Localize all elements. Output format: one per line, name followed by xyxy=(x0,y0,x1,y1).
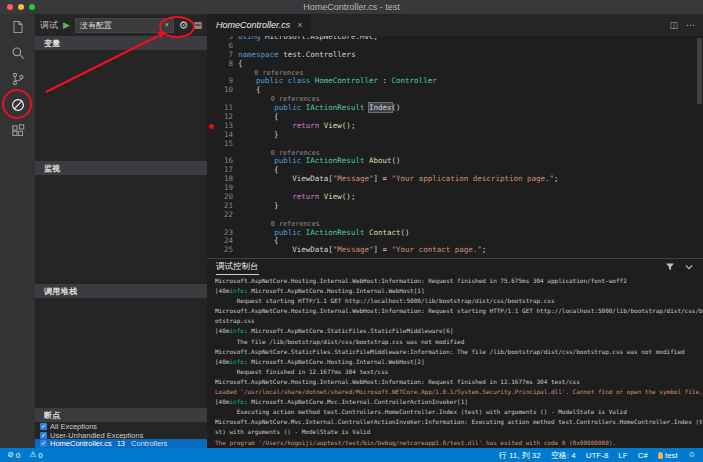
close-window-button[interactable] xyxy=(7,4,13,10)
code-line[interactable]: 25 ViewData["Message"] = "Your contact p… xyxy=(207,246,703,255)
code-text: ViewData["Message"] = "Your application … xyxy=(238,175,703,184)
gutter[interactable]: 22 xyxy=(207,211,238,220)
more-actions-icon[interactable]: ⋯ xyxy=(686,20,695,30)
code-line[interactable]: 13 return View(); xyxy=(207,122,703,131)
code-line[interactable]: 9 public class HomeController : Controll… xyxy=(207,77,703,86)
code-line[interactable]: 14 } xyxy=(207,131,703,140)
tab-homecontroller[interactable]: HomeController.cs × xyxy=(207,14,311,36)
filter-icon[interactable] xyxy=(665,262,675,274)
breakpoint-item[interactable]: ✓HomeController.cs13Controllers xyxy=(35,439,207,448)
console-line: The program '/Users/kogoiji/aoptest/test… xyxy=(215,438,703,448)
gutter[interactable]: 11 xyxy=(207,104,238,113)
code-text: return View(); xyxy=(238,122,703,131)
sidebar-item-search[interactable] xyxy=(0,40,35,66)
code-line[interactable]: 18 ViewData["Message"] = "Your applicati… xyxy=(207,175,703,184)
language-mode[interactable]: C# xyxy=(638,451,648,460)
gutter[interactable]: 16 xyxy=(207,157,238,166)
gutter[interactable]: 25 xyxy=(207,246,238,255)
code-line[interactable]: 7namespace test.Controllers xyxy=(207,51,703,60)
code-line[interactable]: 11 public IActionResult Index() xyxy=(207,104,703,113)
section-header-variables[interactable]: 变量 xyxy=(35,36,207,50)
gutter[interactable] xyxy=(207,69,238,78)
sidebar-item-debug[interactable] xyxy=(0,92,35,118)
gutter[interactable]: 19 xyxy=(207,184,238,193)
section-title: 调用堆栈 xyxy=(44,286,77,297)
gutter[interactable]: 17 xyxy=(207,166,238,175)
window-controls xyxy=(7,4,35,10)
code-line[interactable]: 20 return View(); xyxy=(207,193,703,202)
code-line[interactable]: 21 } xyxy=(207,202,703,211)
panel-actions xyxy=(665,262,694,274)
code-line[interactable]: 22 xyxy=(207,211,703,220)
minimize-window-button[interactable] xyxy=(18,4,24,10)
gutter[interactable]: 9 xyxy=(207,77,238,86)
encoding-setting[interactable]: UTF-8 xyxy=(586,451,609,460)
breakpoint-item[interactable]: ✓User-Unhandled Exceptions xyxy=(35,431,207,440)
section-header-call-stack[interactable]: 调用堆栈 xyxy=(35,284,207,298)
gutter[interactable]: 23 xyxy=(207,229,238,238)
console-output[interactable]: Microsoft.AspNetCore.Hosting.Internal.We… xyxy=(207,276,703,448)
gutter[interactable]: 10 xyxy=(207,86,238,95)
gutter[interactable]: 21 xyxy=(207,202,238,211)
section-header-breakpoints[interactable]: 断点 xyxy=(35,408,207,422)
sidebar-item-source-control[interactable] xyxy=(0,66,35,92)
close-tab-icon[interactable]: × xyxy=(297,20,302,30)
sidebar-item-explorer[interactable] xyxy=(0,14,35,40)
gutter[interactable]: 13 xyxy=(207,122,238,131)
zoom-window-button[interactable] xyxy=(29,4,35,10)
code-line[interactable]: 10 { xyxy=(207,86,703,95)
breakpoint-dot[interactable] xyxy=(209,124,214,129)
console-line: Microsoft.AspNetCore.Hosting.Internal.We… xyxy=(215,276,703,286)
gutter[interactable]: 18 xyxy=(207,175,238,184)
indentation-setting[interactable]: 空格: 4 xyxy=(551,450,576,461)
console-line: [40minfo: Microsoft.AspNetCore.Hosting.I… xyxy=(215,286,703,296)
error-indicator[interactable]: ⊘ 0 xyxy=(7,451,20,460)
gutter[interactable]: 12 xyxy=(207,113,238,122)
gutter[interactable]: 8 xyxy=(207,60,238,69)
gutter[interactable]: 7 xyxy=(207,51,238,60)
section-header-watch[interactable]: 监视 xyxy=(35,161,207,175)
project-selector[interactable]: test xyxy=(658,451,678,460)
debug-config-dropdown[interactable]: 没有配置 ▾ xyxy=(75,18,174,33)
breakpoint-checkbox[interactable]: ✓ xyxy=(40,432,47,439)
breakpoint-item[interactable]: ✓All Exceptions xyxy=(35,422,207,431)
cursor-position[interactable]: 行 11, 列 32 xyxy=(499,450,541,461)
breakpoint-checkbox[interactable]: ✓ xyxy=(40,440,47,447)
gutter[interactable] xyxy=(207,220,238,229)
debug-console-panel: 调试控制台 Microsoft.AspNetCore.Hosting.Inter… xyxy=(207,258,703,448)
console-line: [40minfo: Microsoft.AspNetCore.Hosting.I… xyxy=(215,357,703,367)
gutter[interactable]: 6 xyxy=(207,42,238,51)
code-editor[interactable]: 5using Microsoft.AspNetCore.Mvc;67namesp… xyxy=(207,36,703,258)
split-editor-icon[interactable]: ◫ xyxy=(669,20,678,30)
line-number xyxy=(215,69,238,78)
eol-setting[interactable]: LF xyxy=(618,451,627,460)
gutter[interactable]: 20 xyxy=(207,193,238,202)
editor-scrollbar[interactable] xyxy=(697,38,702,104)
gutter[interactable]: 15 xyxy=(207,140,238,149)
code-text xyxy=(238,211,703,220)
sidebar-item-extensions[interactable] xyxy=(0,118,35,144)
code-line[interactable]: 8{ xyxy=(207,60,703,69)
code-line[interactable]: 16 public IActionResult About() xyxy=(207,157,703,166)
start-debug-icon[interactable]: ▶ xyxy=(63,21,70,30)
git-branch-icon xyxy=(10,71,26,87)
window-title: HomeController.cs - test xyxy=(303,2,400,12)
panel-tab-debug-console[interactable]: 调试控制台 xyxy=(216,261,259,275)
gutter[interactable] xyxy=(207,95,238,104)
collapse-panel-icon[interactable] xyxy=(684,263,694,273)
chevron-down-icon: ▾ xyxy=(165,21,169,29)
warning-indicator[interactable]: ⚠ 0 xyxy=(29,451,43,460)
gutter[interactable] xyxy=(207,149,238,158)
code-text xyxy=(238,140,703,149)
feedback-smiley-icon[interactable]: ☺ xyxy=(688,451,696,459)
gutter[interactable]: 24 xyxy=(207,237,238,246)
code-line[interactable]: 15 xyxy=(207,140,703,149)
breakpoint-checkbox[interactable]: ✓ xyxy=(40,423,47,430)
gutter[interactable]: 14 xyxy=(207,131,238,140)
editor-actions: ◫ ⋯ xyxy=(661,14,703,36)
code-line[interactable]: 23 public IActionResult Contact() xyxy=(207,229,703,238)
open-console-icon[interactable]: ▤ xyxy=(193,21,202,30)
warning-icon: ⚠ xyxy=(29,451,36,459)
configure-gear-icon[interactable]: ⚙ xyxy=(179,20,189,31)
code-lines: 5using Microsoft.AspNetCore.Mvc;67namesp… xyxy=(207,36,703,255)
